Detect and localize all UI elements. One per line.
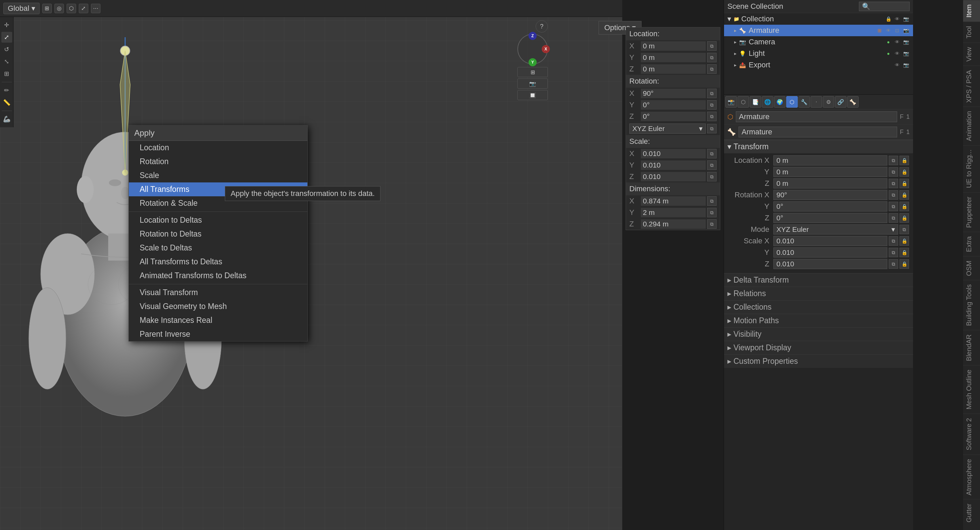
tab-render[interactable]: 📸 (725, 96, 737, 108)
menu-item-location-deltas[interactable]: Location to Deltas (129, 213, 307, 227)
tab-particles[interactable]: · (811, 96, 822, 108)
vtab-blendar[interactable]: BlendAR (963, 330, 980, 365)
rot-mode-select[interactable]: XYZ Euler ▾ (773, 224, 898, 235)
vis-icon-restrict[interactable]: 🔒 (885, 15, 892, 23)
snap-icon[interactable]: ⊞ (42, 4, 52, 13)
proportional-icon[interactable]: ◎ (54, 4, 64, 13)
lock-prop-sz[interactable]: 🔒 (899, 259, 909, 269)
lock-prop-ry[interactable]: 🔒 (899, 202, 909, 211)
copy-prop-sx[interactable]: ⧉ (889, 236, 898, 246)
menu-item-rotation[interactable]: Rotation (129, 155, 307, 169)
viewport-display-section[interactable]: ▸ Viewport Display (724, 341, 913, 354)
data-name-field[interactable]: Armature (738, 126, 897, 137)
rotation-mode-select[interactable]: XYZ Euler ▾ (629, 123, 706, 134)
tab-scene[interactable]: 🌐 (762, 96, 773, 108)
nav-cluster[interactable]: ? X Y Z ⊞ 📷 🔲 (517, 27, 548, 100)
armature-vis-select[interactable]: ⊡ (893, 27, 901, 34)
vtab-software2[interactable]: Software 2 (963, 413, 980, 455)
menu-item-scale-deltas[interactable]: Scale to Deltas (129, 241, 307, 255)
scale-x-field[interactable]: 0.010 (773, 236, 887, 246)
custom-properties-section[interactable]: ▸ Custom Properties (724, 354, 913, 368)
fake-user-icon[interactable]: F (900, 113, 904, 120)
menu-item-visual-transform[interactable]: Visual Transform (129, 286, 307, 300)
vtab-xps[interactable]: XPS / PSA (963, 65, 980, 107)
camera-view-btn[interactable]: 📷 (517, 78, 548, 89)
menu-item-all-transforms[interactable]: All Transforms (129, 182, 307, 196)
tab-object[interactable]: ⬡ (786, 96, 798, 108)
cursor-tool[interactable]: ✛ (2, 20, 12, 30)
copy-rx[interactable]: ⧉ (707, 89, 717, 98)
copy-prop-lz[interactable]: ⧉ (889, 179, 898, 188)
tab-physics[interactable]: ⚙ (823, 96, 834, 108)
copy-prop-rz[interactable]: ⧉ (889, 213, 898, 223)
menu-item-location[interactable]: Location (129, 141, 307, 155)
tab-world[interactable]: 🌍 (774, 96, 786, 108)
rotate-tool[interactable]: ↺ (2, 44, 12, 55)
copy-prop-lx[interactable]: ⧉ (889, 156, 898, 165)
motion-paths-section[interactable]: ▸ Motion Paths (724, 314, 913, 327)
lock-prop-lx[interactable]: 🔒 (899, 156, 909, 165)
menu-item-visual-geometry[interactable]: Visual Geometry to Mesh (129, 300, 307, 313)
lock-prop-sx[interactable]: 🔒 (899, 236, 909, 246)
outliner-item-collection[interactable]: ▾ 📁 Collection 🔒 👁 📷 (724, 13, 913, 25)
light-vis-dot[interactable]: ● (885, 50, 892, 57)
measure-tool[interactable]: 📏 (2, 97, 12, 108)
vtab-animation[interactable]: Animation (963, 107, 980, 145)
loc-y-field[interactable]: 0 m (773, 167, 887, 177)
lock-prop-sy[interactable]: 🔒 (899, 248, 909, 257)
copy-sy[interactable]: ⧉ (707, 160, 717, 170)
lock-prop-rx[interactable]: 🔒 (899, 190, 909, 200)
outliner-search[interactable] (859, 2, 910, 11)
copy-dz[interactable]: ⧉ (707, 219, 717, 229)
vtab-ue-to-rigg[interactable]: UE to Rigg... (963, 145, 980, 192)
copy-prop-ry[interactable]: ⧉ (889, 202, 898, 211)
transform-section-header[interactable]: ▾ Transform (724, 140, 913, 153)
light-vis-eye[interactable]: 👁 (893, 50, 901, 57)
vis-icon-eye[interactable]: 👁 (893, 15, 901, 23)
lock-prop-lz[interactable]: 🔒 (899, 179, 909, 188)
vtab-tool[interactable]: Tool (963, 22, 980, 43)
copy-dx[interactable]: ⧉ (707, 196, 717, 206)
viewport[interactable]: Global ▾ ⊞ ◎ ⬡ ⤢ ⋯ (0, 0, 622, 530)
transform-tool[interactable]: ⊞ (2, 69, 12, 79)
visibility-section[interactable]: ▸ Visibility (724, 327, 913, 341)
delta-transform-section[interactable]: ▸ Delta Transform (724, 273, 913, 287)
vtab-osm[interactable]: OSM (963, 256, 980, 280)
menu-item-animated-transforms-deltas[interactable]: Animated Transforms to Deltas (129, 269, 307, 283)
copy-rz[interactable]: ⧉ (707, 112, 717, 121)
lock-prop-ly[interactable]: 🔒 (899, 167, 909, 177)
vis-icon-render[interactable]: 📷 (902, 15, 910, 23)
camera-vis-eye[interactable]: 👁 (893, 38, 901, 46)
rotation-gizmo[interactable]: X Y Z (517, 34, 548, 64)
global-dropdown[interactable]: Global ▾ (3, 3, 40, 14)
menu-item-scale[interactable]: Scale (129, 169, 307, 182)
tab-modifier[interactable]: 🔧 (799, 96, 810, 108)
perspective-btn[interactable]: ⊞ (517, 67, 548, 77)
outliner-item-armature[interactable]: ▸ 🦴 Armature ⊞ 👁 ⊡ 📷 (724, 25, 913, 36)
rot-z-field[interactable]: 0° (773, 213, 887, 223)
lock-prop-rz[interactable]: 🔒 (899, 213, 909, 223)
rot-y-field[interactable]: 0° (773, 201, 887, 212)
export-vis-eye[interactable]: 👁 (893, 61, 901, 69)
vtab-mesh-outline[interactable]: Mesh Outline (963, 365, 980, 413)
help-icon[interactable]: ? (536, 20, 548, 32)
collections-section[interactable]: ▸ Collections (724, 300, 913, 314)
vtab-view[interactable]: View (963, 43, 980, 65)
copy-sz[interactable]: ⧉ (707, 172, 717, 181)
copy-dy[interactable]: ⧉ (707, 208, 717, 217)
vtab-building[interactable]: Building Tools (963, 280, 980, 330)
copy-lx[interactable]: ⧉ (707, 41, 717, 51)
light-vis-render[interactable]: 📷 (902, 50, 910, 57)
vtab-puppeteer[interactable]: Puppeteer (963, 192, 980, 232)
tab-view-layer[interactable]: 📑 (750, 96, 761, 108)
outliner-item-light[interactable]: ▸ 💡 Light ● 👁 📷 (724, 48, 913, 59)
copy-prop-sz[interactable]: ⧉ (889, 259, 898, 269)
more-icon[interactable]: ⋯ (91, 4, 100, 13)
loc-z-field[interactable]: 0 m (773, 178, 887, 188)
data-fake-user[interactable]: F (900, 129, 904, 136)
outliner-item-camera[interactable]: ▸ 📷 Camera ● 👁 📷 (724, 36, 913, 48)
move-tool[interactable]: ⤢ (2, 32, 12, 43)
copy-prop-ly[interactable]: ⧉ (889, 167, 898, 177)
menu-item-rotation-deltas[interactable]: Rotation to Deltas (129, 227, 307, 241)
vtab-atmosphere[interactable]: Atmosphere (963, 455, 980, 500)
